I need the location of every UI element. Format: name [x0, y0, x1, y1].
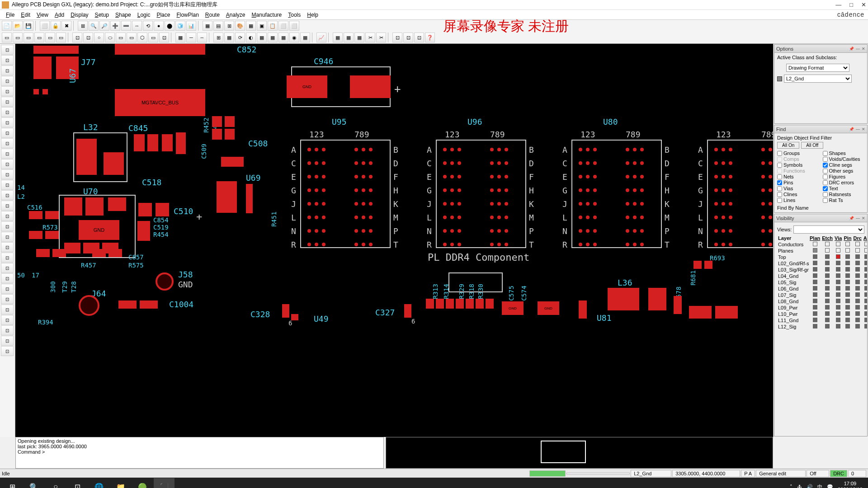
edge-icon[interactable]: 🌐 — [89, 478, 109, 488]
vis-check[interactable] — [845, 318, 850, 322]
vis-check[interactable] — [825, 280, 830, 284]
side-tool[interactable]: ⊡ — [1, 76, 14, 86]
toolbar-button[interactable]: ▭ — [148, 33, 158, 42]
side-tool[interactable]: ⊡ — [1, 273, 14, 283]
clock[interactable]: 17:092020/12/13 — [838, 481, 863, 488]
menu-place[interactable]: Place — [153, 11, 173, 19]
minimize-button[interactable]: — — [835, 1, 841, 8]
toolbar-button[interactable]: ▦ — [354, 33, 364, 42]
vis-check[interactable] — [813, 324, 817, 328]
vis-check[interactable] — [836, 318, 840, 322]
vis-check[interactable] — [855, 267, 860, 272]
find-cb-pins[interactable] — [777, 180, 782, 185]
toolbar-button[interactable]: ▭ — [24, 33, 33, 42]
vis-check[interactable] — [825, 311, 830, 316]
vis-check[interactable] — [845, 267, 850, 272]
toolbar-button[interactable]: ▭ — [116, 33, 126, 42]
vis-check[interactable] — [864, 318, 868, 322]
toolbar-button[interactable]: ⊞ — [224, 21, 234, 31]
vis-check[interactable] — [845, 324, 850, 328]
find-cb-drc errors[interactable] — [823, 180, 828, 185]
toolbar-button[interactable]: 🧊 — [175, 21, 185, 31]
vis-check[interactable] — [845, 248, 850, 253]
menu-analyze[interactable]: Analyze — [223, 11, 249, 19]
vis-check[interactable] — [855, 242, 860, 246]
vis-check[interactable] — [813, 318, 817, 322]
vis-check[interactable] — [836, 305, 840, 310]
toolbar-button[interactable]: ⬜ — [278, 21, 288, 31]
vis-check[interactable] — [813, 280, 817, 284]
color-swatch[interactable] — [777, 76, 782, 81]
find-cb-text[interactable] — [823, 186, 828, 191]
toolbar-button[interactable]: ▭ — [13, 33, 23, 42]
toolbar-button[interactable]: ⬤ — [165, 21, 175, 31]
toolbar-button[interactable]: ◐ — [246, 33, 256, 42]
vis-check[interactable] — [836, 267, 840, 272]
explorer-icon[interactable]: 📁 — [110, 478, 131, 488]
toolbar-button[interactable]: ▭ — [2, 33, 12, 42]
toolbar-button[interactable]: 📂 — [13, 21, 23, 31]
side-tool[interactable]: ⊡ — [1, 45, 14, 55]
menu-file[interactable]: File — [3, 11, 18, 19]
vis-check[interactable] — [825, 286, 830, 291]
toolbar-button[interactable]: 🔎 — [99, 21, 109, 31]
vis-check[interactable] — [855, 261, 860, 265]
all-off-button[interactable]: All Off — [801, 142, 823, 149]
vis-check[interactable] — [825, 242, 830, 246]
vis-check[interactable] — [836, 248, 840, 253]
vis-check[interactable] — [855, 254, 860, 259]
side-tool[interactable]: ⊡ — [1, 242, 14, 252]
vis-check[interactable] — [836, 280, 840, 284]
vis-check[interactable] — [864, 305, 868, 310]
panel-close-icon[interactable]: ✕ — [862, 216, 865, 221]
taskview-icon[interactable]: ⊡ — [67, 478, 88, 488]
vis-check[interactable] — [864, 273, 868, 278]
vis-check[interactable] — [864, 280, 868, 284]
vis-check[interactable] — [845, 292, 850, 297]
vis-check[interactable] — [864, 261, 868, 265]
vis-col-Etch[interactable]: Etch — [821, 235, 834, 241]
find-cb-groups[interactable] — [777, 151, 782, 156]
toolbar-button[interactable]: ● — [154, 21, 164, 31]
panel-min-icon[interactable]: — — [856, 127, 860, 131]
side-tool[interactable]: ⊡ — [1, 253, 14, 263]
vis-check[interactable] — [845, 299, 850, 303]
vis-check[interactable] — [825, 267, 830, 272]
toolbar-button[interactable]: ⊡ — [159, 33, 169, 42]
cortana-icon[interactable]: ○ — [45, 478, 66, 488]
vis-check[interactable] — [855, 292, 860, 297]
toolbar-button[interactable]: ⊡ — [83, 33, 93, 42]
toolbar-button[interactable]: ▦ — [268, 33, 278, 42]
vis-check[interactable] — [813, 299, 817, 303]
vis-col-Via[interactable]: Via — [834, 235, 843, 241]
vis-check[interactable] — [813, 273, 817, 278]
vis-check[interactable] — [845, 286, 850, 291]
vis-check[interactable] — [845, 254, 850, 259]
side-tool[interactable]: ⊡ — [1, 336, 14, 346]
side-tool[interactable]: ⊡ — [1, 201, 14, 211]
all-on-button[interactable]: All On — [777, 142, 799, 149]
vis-check[interactable] — [836, 261, 840, 265]
vis-check[interactable] — [836, 242, 840, 246]
toolbar-button[interactable]: ▦ — [175, 33, 185, 42]
panel-pin-icon[interactable]: 📌 — [849, 216, 854, 221]
toolbar-button[interactable]: 🔍 — [89, 21, 99, 31]
menu-add[interactable]: Add — [52, 11, 67, 19]
find-cb-other segs[interactable] — [823, 169, 828, 174]
vis-check[interactable] — [813, 305, 817, 310]
vis-check[interactable] — [836, 254, 840, 259]
toolbar-button[interactable]: ⊡ — [392, 33, 402, 42]
find-cb-vias[interactable] — [777, 186, 782, 191]
vis-check[interactable] — [825, 305, 830, 310]
vis-check[interactable] — [845, 273, 850, 278]
toolbar-button[interactable]: ▦ — [224, 33, 234, 42]
vis-check[interactable] — [855, 273, 860, 278]
toolbar-button[interactable]: ⬜ — [40, 21, 50, 31]
side-tool[interactable]: ⊡ — [1, 159, 14, 169]
vis-check[interactable] — [864, 254, 868, 259]
side-tool[interactable]: ⊡ — [1, 221, 14, 231]
side-tool[interactable]: ⊡ — [1, 107, 14, 117]
side-tool[interactable]: ⊡ — [1, 305, 14, 314]
vis-check[interactable] — [825, 261, 830, 265]
toolbar-button[interactable]: ⟳ — [235, 33, 245, 42]
